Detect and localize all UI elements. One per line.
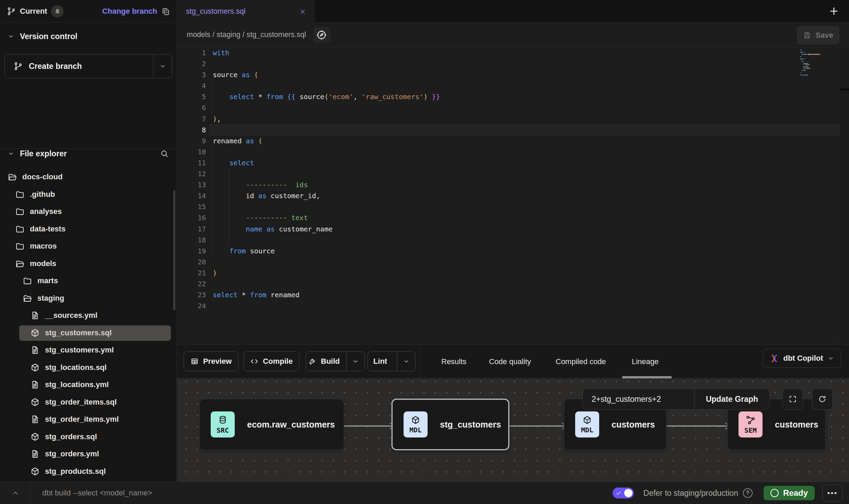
- file-tree-label: models: [30, 259, 56, 268]
- lineage-edge: [667, 425, 727, 427]
- file-tree-label: stg_locations.sql: [45, 363, 107, 372]
- copilot-compass-button[interactable]: [313, 27, 330, 43]
- create-branch-main[interactable]: Create branch: [5, 55, 153, 78]
- file-tree-item[interactable]: __sources.yml: [0, 307, 176, 324]
- file-explorer-section[interactable]: File explorer: [0, 146, 176, 161]
- file-tree-label: analyses: [30, 207, 62, 216]
- lineage-controls: 2+stg_customers+2 Update Graph: [582, 388, 770, 410]
- version-control-section[interactable]: Version control: [0, 29, 176, 43]
- status-circle-icon: [770, 489, 779, 497]
- dbt-copilot-button[interactable]: dbt Copilot: [763, 349, 841, 368]
- tab-code-quality[interactable]: Code quality: [489, 345, 531, 379]
- lint-button[interactable]: Lint: [368, 352, 393, 371]
- file-tree-label: stg_orders.sql: [45, 432, 97, 441]
- save-button[interactable]: Save: [797, 26, 839, 45]
- file-tree-item[interactable]: stg_orders.yml: [0, 445, 176, 463]
- create-branch-label: Create branch: [29, 62, 82, 71]
- git-branch-icon: [7, 7, 16, 16]
- new-tab-button[interactable]: +: [826, 0, 841, 23]
- file-tree-scrollbar[interactable]: [173, 190, 175, 310]
- refresh-button[interactable]: [812, 388, 833, 410]
- save-label: Save: [815, 31, 833, 40]
- breadcrumb-bar: models / staging / stg_customers.sql: [177, 23, 849, 47]
- fullscreen-icon: [788, 395, 797, 404]
- file-tree-item[interactable]: stg_customers.yml: [0, 341, 176, 359]
- refresh-icon: [818, 395, 827, 404]
- current-branch-label: Current: [20, 7, 47, 16]
- ready-status-button[interactable]: Ready: [764, 486, 815, 500]
- file-tree-item[interactable]: stg_customers.sql: [19, 325, 171, 341]
- cube-icon: [30, 432, 40, 442]
- file-tree-item[interactable]: stg_products.sql: [0, 463, 176, 480]
- lock-icon: [55, 8, 60, 14]
- tab-stg-customers-sql[interactable]: stg_customers.sql: [177, 0, 315, 23]
- build-button[interactable]: Build: [306, 352, 342, 371]
- overflow-menu-button[interactable]: •••: [822, 484, 843, 502]
- active-tab-underline: [622, 376, 672, 379]
- file-tree-item[interactable]: macros: [0, 238, 176, 255]
- compile-button[interactable]: Compile: [244, 351, 299, 371]
- change-branch-link[interactable]: Change branch: [102, 7, 157, 16]
- tab-lineage[interactable]: Lineage: [632, 345, 659, 379]
- file-tree-label: staging: [37, 294, 64, 303]
- tab-compiled-code[interactable]: Compiled code: [556, 345, 606, 379]
- compass-icon: [316, 29, 327, 40]
- editor-scrollbar-track[interactable]: [840, 47, 849, 344]
- command-bar-expand-button[interactable]: [0, 482, 31, 504]
- file-tree-item[interactable]: staging: [0, 290, 176, 307]
- node-label: customers: [775, 420, 818, 430]
- lint-split-button: Lint: [368, 351, 416, 371]
- sidebar: Current Change branch Version control Cr…: [0, 0, 177, 482]
- file-tree-label: __sources.yml: [45, 311, 97, 320]
- file-tree-item[interactable]: stg_locations.yml: [0, 376, 176, 394]
- check-icon: [616, 490, 622, 496]
- build-dropdown[interactable]: [346, 352, 364, 371]
- cube-icon: [30, 328, 40, 338]
- help-icon[interactable]: ?: [743, 488, 753, 498]
- update-graph-button[interactable]: Update Graph: [694, 389, 769, 409]
- editor-scrollbar-mark: [840, 88, 849, 91]
- node-type-label: SRC: [217, 426, 229, 434]
- cube-icon: [30, 397, 40, 407]
- node-type-badge: SRC: [211, 411, 235, 437]
- lint-label: Lint: [373, 357, 387, 366]
- lint-dropdown[interactable]: [397, 352, 415, 371]
- share-icon: [745, 415, 756, 425]
- ready-label: Ready: [783, 488, 808, 498]
- defer-toggle[interactable]: [613, 488, 634, 499]
- lineage-node-ecom-raw-customers[interactable]: SRCecom.raw_customers: [199, 399, 344, 450]
- git-branch-icon: [14, 62, 23, 71]
- chevron-up-icon: [12, 489, 19, 497]
- code-lines[interactable]: with source as ( select * from {{ source…: [213, 47, 440, 311]
- file-tree-item[interactable]: analyses: [0, 203, 176, 220]
- file-tree-item[interactable]: models: [0, 255, 176, 273]
- copy-branch-icon[interactable]: [161, 7, 170, 16]
- file-tree-item[interactable]: marts: [0, 272, 176, 290]
- folder-open-icon: [23, 293, 32, 303]
- cube-icon: [411, 415, 420, 425]
- search-icon[interactable]: [160, 149, 169, 158]
- lineage-node-stg-customers[interactable]: MDLstg_customers: [392, 399, 509, 450]
- file-tree-item[interactable]: stg_order_items.yml: [0, 411, 176, 428]
- create-branch-dropdown[interactable]: [153, 55, 172, 78]
- code-editor[interactable]: 123456789101112131415161718192021222324 …: [177, 47, 849, 344]
- lineage-canvas[interactable]: SRCecom.raw_customers MDLstg_customers M…: [177, 379, 849, 482]
- file-tree-item[interactable]: data-tests: [0, 220, 176, 238]
- create-branch-button[interactable]: Create branch: [4, 54, 172, 78]
- chevron-down-icon: [827, 355, 834, 362]
- file-tree-item[interactable]: .github: [0, 186, 176, 203]
- folder-icon: [15, 241, 25, 251]
- file-tree-item[interactable]: stg_order_items.sql: [0, 394, 176, 411]
- fullscreen-button[interactable]: [782, 388, 803, 410]
- file-tree-item[interactable]: stg_locations.sql: [0, 359, 176, 376]
- file-tree-label: stg_customers.yml: [45, 346, 114, 355]
- branch-topbar: Current Change branch: [0, 0, 176, 23]
- tab-results[interactable]: Results: [441, 345, 466, 379]
- preview-button[interactable]: Preview: [184, 351, 239, 371]
- command-input[interactable]: dbt build --select <model_name>: [42, 489, 152, 497]
- file-tree-item[interactable]: docs-cloud: [0, 168, 176, 186]
- close-icon[interactable]: [299, 8, 306, 15]
- file-tree-item[interactable]: stg_orders.sql: [0, 428, 176, 446]
- lineage-selector-input[interactable]: 2+stg_customers+2: [583, 389, 694, 409]
- minimap[interactable]: [800, 48, 838, 113]
